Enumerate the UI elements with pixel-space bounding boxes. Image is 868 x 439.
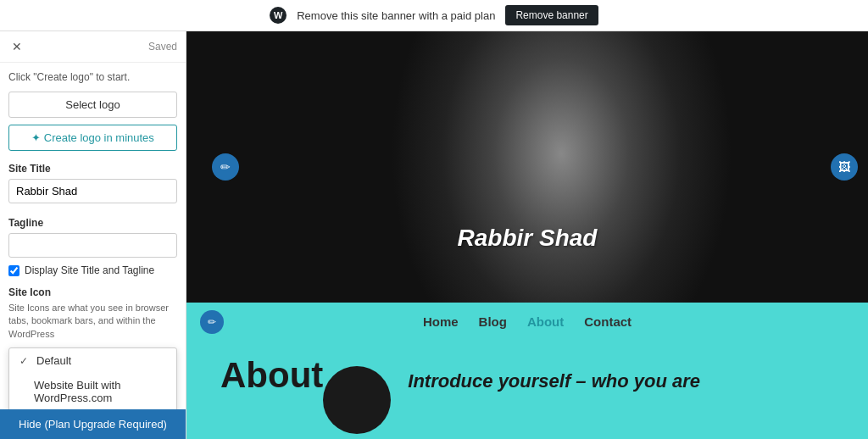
tagline-input[interactable] <box>8 233 177 258</box>
hero-image <box>186 31 868 303</box>
dropdown-item-default[interactable]: ✓ Default <box>9 348 176 373</box>
avatar-circle <box>323 366 391 434</box>
close-button[interactable]: ✕ <box>8 38 25 55</box>
create-logo-button[interactable]: ✦ Create logo in minutes <box>8 125 177 151</box>
main-area: ✕ Saved Click "Create logo" to start. Se… <box>0 31 868 439</box>
face-silhouette <box>186 31 868 303</box>
saved-label: Saved <box>148 41 177 53</box>
display-checkbox-row: Display Site Title and Tagline <box>8 264 177 276</box>
tagline-label: Tagline <box>8 217 177 229</box>
remove-banner-button[interactable]: Remove banner <box>505 5 598 25</box>
left-panel: ✕ Saved Click "Create logo" to start. Se… <box>0 31 186 439</box>
content-section: About Introduce yourself – who you are <box>186 341 868 439</box>
about-title: About <box>220 358 323 393</box>
hint-text: Click "Create logo" to start. <box>8 71 177 83</box>
hero-section: Rabbir Shad ✏ 🖼 <box>186 31 868 303</box>
display-checkbox[interactable] <box>8 265 19 276</box>
nav-item-contact[interactable]: Contact <box>584 314 632 329</box>
hero-edit-icon[interactable]: ✏ <box>212 153 239 181</box>
nav-edit-icon[interactable]: ✏ <box>200 310 224 334</box>
nav-item-about[interactable]: About <box>527 314 564 329</box>
site-title-input[interactable] <box>8 179 177 203</box>
site-icon-desc: Site Icons are what you see in browser t… <box>8 302 177 341</box>
dropdown-item-label: Website Built with WordPress.com <box>34 379 166 404</box>
nav-item-home[interactable]: Home <box>423 314 459 329</box>
intro-text: Introduce yourself – who you are <box>408 370 834 392</box>
hide-button[interactable]: Hide (Plan Upgrade Required) <box>0 409 186 439</box>
check-icon: ✓ <box>19 355 31 367</box>
dropdown-item-label: Default <box>36 354 71 367</box>
dropdown-item-website-built[interactable]: Website Built with WordPress.com <box>9 373 176 409</box>
hero-image-icon[interactable]: 🖼 <box>831 153 858 181</box>
banner-text: Remove this site banner with a paid plan <box>297 9 495 22</box>
panel-content: Click "Create logo" to start. Select log… <box>0 63 186 409</box>
display-checkbox-label: Display Site Title and Tagline <box>25 264 154 276</box>
select-logo-button[interactable]: Select logo <box>8 92 177 118</box>
nav-item-blog[interactable]: Blog <box>479 314 507 329</box>
top-banner: W Remove this site banner with a paid pl… <box>0 0 868 31</box>
preview-area: Rabbir Shad ✏ 🖼 ✏ Home Blog About Contac… <box>186 31 868 439</box>
site-icon-label: Site Icon <box>8 286 177 298</box>
wordpress-icon: W <box>270 7 287 24</box>
hero-title: Rabbir Shad <box>458 225 598 252</box>
panel-header: ✕ Saved <box>0 31 186 63</box>
nav-section: ✏ Home Blog About Contact <box>186 303 868 341</box>
site-icon-dropdown: ✓ Default Website Built with WordPress.c… <box>8 347 177 409</box>
site-title-label: Site Title <box>8 163 177 175</box>
